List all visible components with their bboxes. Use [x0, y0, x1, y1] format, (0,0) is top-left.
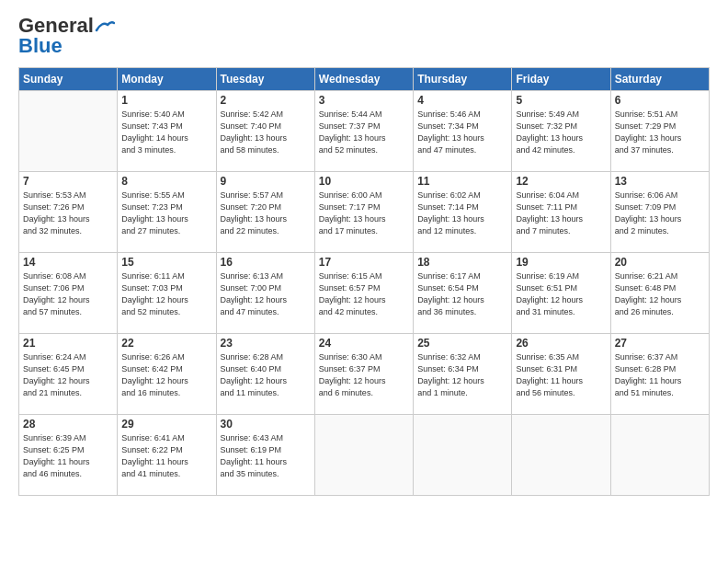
- day-info: Sunrise: 5:40 AMSunset: 7:43 PMDaylight:…: [121, 109, 211, 156]
- calendar-cell: 22Sunrise: 6:26 AMSunset: 6:42 PMDayligh…: [118, 334, 216, 415]
- calendar-cell: 28Sunrise: 6:39 AMSunset: 6:25 PMDayligh…: [19, 415, 118, 496]
- calendar-cell: 16Sunrise: 6:13 AMSunset: 7:00 PMDayligh…: [216, 253, 314, 334]
- day-number: 20: [615, 256, 705, 269]
- header-saturday: Saturday: [610, 68, 709, 91]
- day-number: 3: [319, 94, 409, 107]
- day-info: Sunrise: 5:44 AMSunset: 7:37 PMDaylight:…: [319, 109, 409, 156]
- day-number: 24: [319, 337, 409, 350]
- calendar-cell: 7Sunrise: 5:53 AMSunset: 7:26 PMDaylight…: [19, 172, 118, 253]
- day-info: Sunrise: 6:17 AMSunset: 6:54 PMDaylight:…: [417, 270, 507, 318]
- day-number: 5: [516, 94, 606, 107]
- day-number: 11: [417, 175, 507, 188]
- header-wednesday: Wednesday: [314, 68, 413, 91]
- day-number: 4: [417, 94, 507, 107]
- day-number: 8: [121, 175, 211, 188]
- day-info: Sunrise: 6:00 AMSunset: 7:17 PMDaylight:…: [319, 190, 409, 237]
- calendar-week-row: 21Sunrise: 6:24 AMSunset: 6:45 PMDayligh…: [19, 334, 710, 415]
- day-number: 7: [23, 175, 113, 188]
- page: General Blue Sunday Monday Tuesday Wedne…: [0, 0, 728, 563]
- day-number: 10: [319, 175, 409, 188]
- day-info: Sunrise: 5:49 AMSunset: 7:32 PMDaylight:…: [516, 109, 606, 156]
- day-number: 30: [221, 418, 311, 431]
- calendar-cell: 15Sunrise: 6:11 AMSunset: 7:03 PMDayligh…: [118, 253, 216, 334]
- header-tuesday: Tuesday: [216, 68, 314, 91]
- day-info: Sunrise: 6:06 AMSunset: 7:09 PMDaylight:…: [615, 190, 705, 237]
- day-info: Sunrise: 6:11 AMSunset: 7:03 PMDaylight:…: [121, 270, 211, 318]
- day-number: 29: [121, 418, 211, 431]
- calendar-cell: [512, 415, 610, 496]
- day-info: Sunrise: 6:15 AMSunset: 6:57 PMDaylight:…: [319, 270, 409, 318]
- calendar-table: Sunday Monday Tuesday Wednesday Thursday…: [18, 67, 710, 496]
- logo-bird-icon: [95, 19, 115, 34]
- calendar-cell: 6Sunrise: 5:51 AMSunset: 7:29 PMDaylight…: [610, 91, 709, 172]
- day-number: 25: [417, 337, 507, 350]
- day-info: Sunrise: 5:57 AMSunset: 7:20 PMDaylight:…: [221, 190, 311, 237]
- day-number: 27: [615, 337, 705, 350]
- logo-blue: Blue: [18, 34, 63, 58]
- day-number: 9: [221, 175, 311, 188]
- day-info: Sunrise: 6:35 AMSunset: 6:31 PMDaylight:…: [516, 351, 606, 399]
- calendar-cell: 19Sunrise: 6:19 AMSunset: 6:51 PMDayligh…: [512, 253, 610, 334]
- day-number: 15: [121, 256, 211, 269]
- calendar-cell: 11Sunrise: 6:02 AMSunset: 7:14 PMDayligh…: [414, 172, 512, 253]
- day-number: 17: [319, 256, 409, 269]
- calendar-week-row: 14Sunrise: 6:08 AMSunset: 7:06 PMDayligh…: [19, 253, 710, 334]
- day-info: Sunrise: 6:32 AMSunset: 6:34 PMDaylight:…: [417, 351, 507, 399]
- calendar-cell: [19, 91, 118, 172]
- day-number: 26: [516, 337, 606, 350]
- day-info: Sunrise: 5:46 AMSunset: 7:34 PMDaylight:…: [417, 109, 507, 156]
- calendar-cell: 20Sunrise: 6:21 AMSunset: 6:48 PMDayligh…: [610, 253, 709, 334]
- logo: General Blue: [18, 14, 115, 58]
- day-info: Sunrise: 6:21 AMSunset: 6:48 PMDaylight:…: [615, 270, 705, 318]
- calendar-cell: 26Sunrise: 6:35 AMSunset: 6:31 PMDayligh…: [512, 334, 610, 415]
- header-friday: Friday: [512, 68, 610, 91]
- calendar-cell: 10Sunrise: 6:00 AMSunset: 7:17 PMDayligh…: [314, 172, 413, 253]
- day-info: Sunrise: 6:04 AMSunset: 7:11 PMDaylight:…: [516, 190, 606, 237]
- day-number: 2: [221, 94, 311, 107]
- calendar-cell: 9Sunrise: 5:57 AMSunset: 7:20 PMDaylight…: [216, 172, 314, 253]
- day-info: Sunrise: 6:37 AMSunset: 6:28 PMDaylight:…: [615, 351, 705, 399]
- day-info: Sunrise: 6:26 AMSunset: 6:42 PMDaylight:…: [121, 351, 211, 399]
- day-info: Sunrise: 6:28 AMSunset: 6:40 PMDaylight:…: [221, 351, 311, 399]
- day-info: Sunrise: 6:13 AMSunset: 7:00 PMDaylight:…: [221, 270, 311, 318]
- calendar-cell: 25Sunrise: 6:32 AMSunset: 6:34 PMDayligh…: [414, 334, 512, 415]
- day-info: Sunrise: 6:24 AMSunset: 6:45 PMDaylight:…: [23, 351, 113, 399]
- calendar-cell: 23Sunrise: 6:28 AMSunset: 6:40 PMDayligh…: [216, 334, 314, 415]
- calendar-cell: 29Sunrise: 6:41 AMSunset: 6:22 PMDayligh…: [118, 415, 216, 496]
- day-info: Sunrise: 6:39 AMSunset: 6:25 PMDaylight:…: [23, 432, 113, 480]
- header-monday: Monday: [118, 68, 216, 91]
- calendar-cell: 8Sunrise: 5:55 AMSunset: 7:23 PMDaylight…: [118, 172, 216, 253]
- calendar-cell: 13Sunrise: 6:06 AMSunset: 7:09 PMDayligh…: [610, 172, 709, 253]
- calendar-cell: 12Sunrise: 6:04 AMSunset: 7:11 PMDayligh…: [512, 172, 610, 253]
- calendar-cell: 4Sunrise: 5:46 AMSunset: 7:34 PMDaylight…: [414, 91, 512, 172]
- day-number: 16: [221, 256, 311, 269]
- calendar-week-row: 7Sunrise: 5:53 AMSunset: 7:26 PMDaylight…: [19, 172, 710, 253]
- day-number: 18: [417, 256, 507, 269]
- day-info: Sunrise: 5:55 AMSunset: 7:23 PMDaylight:…: [121, 190, 211, 237]
- calendar-cell: 24Sunrise: 6:30 AMSunset: 6:37 PMDayligh…: [314, 334, 413, 415]
- header-sunday: Sunday: [19, 68, 118, 91]
- calendar-cell: 17Sunrise: 6:15 AMSunset: 6:57 PMDayligh…: [314, 253, 413, 334]
- day-info: Sunrise: 6:02 AMSunset: 7:14 PMDaylight:…: [417, 190, 507, 237]
- day-info: Sunrise: 6:43 AMSunset: 6:19 PMDaylight:…: [221, 432, 311, 480]
- day-info: Sunrise: 5:42 AMSunset: 7:40 PMDaylight:…: [221, 109, 311, 156]
- calendar-cell: 5Sunrise: 5:49 AMSunset: 7:32 PMDaylight…: [512, 91, 610, 172]
- calendar-cell: 18Sunrise: 6:17 AMSunset: 6:54 PMDayligh…: [414, 253, 512, 334]
- calendar-cell: 1Sunrise: 5:40 AMSunset: 7:43 PMDaylight…: [118, 91, 216, 172]
- day-number: 13: [615, 175, 705, 188]
- calendar-cell: 2Sunrise: 5:42 AMSunset: 7:40 PMDaylight…: [216, 91, 314, 172]
- day-number: 12: [516, 175, 606, 188]
- day-info: Sunrise: 6:30 AMSunset: 6:37 PMDaylight:…: [319, 351, 409, 399]
- calendar-week-row: 28Sunrise: 6:39 AMSunset: 6:25 PMDayligh…: [19, 415, 710, 496]
- day-number: 14: [23, 256, 113, 269]
- day-info: Sunrise: 5:51 AMSunset: 7:29 PMDaylight:…: [615, 109, 705, 156]
- header: General Blue: [18, 14, 710, 58]
- day-info: Sunrise: 5:53 AMSunset: 7:26 PMDaylight:…: [23, 190, 113, 237]
- calendar-week-row: 1Sunrise: 5:40 AMSunset: 7:43 PMDaylight…: [19, 91, 710, 172]
- day-number: 6: [615, 94, 705, 107]
- calendar-cell: [314, 415, 413, 496]
- calendar-cell: 21Sunrise: 6:24 AMSunset: 6:45 PMDayligh…: [19, 334, 118, 415]
- calendar-cell: 3Sunrise: 5:44 AMSunset: 7:37 PMDaylight…: [314, 91, 413, 172]
- day-number: 22: [121, 337, 211, 350]
- header-thursday: Thursday: [414, 68, 512, 91]
